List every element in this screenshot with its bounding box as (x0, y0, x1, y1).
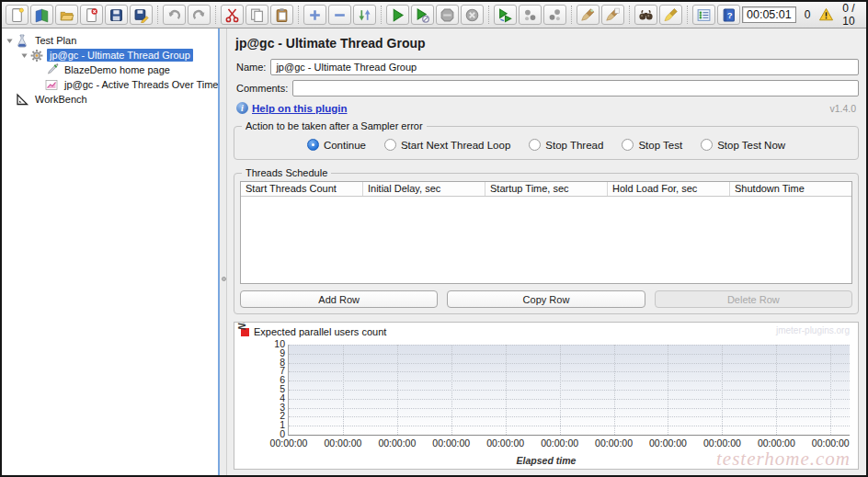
toolbar-separator (684, 6, 688, 24)
tree-item-label[interactable]: Test Plan (32, 34, 79, 47)
stop-button[interactable] (436, 5, 459, 25)
preview-chart: Expected parallel users count jmeter-plu… (234, 322, 859, 470)
function-helper-button[interactable] (692, 5, 715, 25)
save-button[interactable] (105, 5, 128, 25)
h-gridline (289, 345, 850, 346)
close-file-button[interactable] (80, 5, 103, 25)
sampler-error-option-continue[interactable]: Continue (307, 139, 366, 151)
tree-row[interactable]: jp@gc - Ultimate Thread Group (2, 48, 218, 62)
shutdown-button[interactable] (461, 5, 484, 25)
x-tick-label: 00:00:00 (595, 437, 633, 449)
copy-button[interactable] (246, 5, 268, 25)
copy-row-button[interactable]: Copy Row (447, 290, 645, 308)
tree-item-label[interactable]: jp@gc - Active Threads Over Time (62, 78, 218, 91)
tree-row[interactable]: jp@gc - Active Threads Over Time (2, 77, 218, 92)
x-tick-label: 00:00:00 (812, 437, 850, 449)
radio-unselected-icon[interactable] (622, 139, 634, 151)
plugin-help-link[interactable]: Help on this plugin (252, 103, 348, 114)
remote-stop-all-button[interactable] (519, 5, 542, 25)
search-button[interactable] (634, 5, 657, 25)
name-input[interactable]: jp@gc - Ultimate Thread Group (270, 59, 859, 75)
toolbar-separator (568, 6, 572, 24)
tree-item-label[interactable]: WorkBench (32, 93, 90, 106)
toggle-button[interactable] (353, 5, 376, 25)
splitter-handle-icon[interactable] (222, 277, 226, 281)
clear-all-button[interactable] (601, 5, 624, 25)
schedule-column-header[interactable]: Hold Load For, sec (608, 182, 730, 196)
radio-unselected-icon[interactable] (384, 139, 396, 151)
radio-option-label: Stop Thread (545, 140, 603, 151)
clear-icon (580, 7, 596, 23)
schedule-column-header[interactable]: Start Threads Count (241, 182, 363, 196)
start-button[interactable] (386, 5, 409, 25)
start-no-timers-icon (415, 7, 430, 23)
templates-icon (34, 7, 50, 23)
comments-input[interactable] (292, 80, 859, 97)
save-as-button[interactable] (130, 5, 153, 25)
sampler-error-option-stop-test-now[interactable]: Stop Test Now (701, 139, 785, 151)
v-gridline (560, 345, 561, 435)
splitter[interactable] (218, 28, 227, 475)
cut-icon (224, 7, 240, 23)
h-gridline (289, 363, 850, 364)
toolbar-buttons: ? (6, 5, 740, 25)
clear-button[interactable] (577, 5, 600, 25)
sampler-error-option-start-next-thread-loop[interactable]: Start Next Thread Loop (384, 139, 510, 151)
tree-row[interactable]: Test Plan (2, 33, 218, 48)
add-row-button[interactable]: Add Row (240, 290, 438, 308)
undo-button[interactable] (163, 5, 186, 25)
thread-status: 0 / 10 (842, 2, 861, 28)
paste-button[interactable] (270, 5, 293, 25)
h-gridline (289, 408, 850, 409)
remote-start-all-button[interactable] (494, 5, 517, 25)
tree-row[interactable]: WorkBench (2, 92, 218, 107)
x-tick-label: 00:00:00 (541, 437, 578, 449)
page-title: jp@gc - Ultimate Thread Group (235, 36, 859, 51)
h-gridline (289, 380, 850, 381)
expand-all-button[interactable] (303, 5, 326, 25)
tree-item-label[interactable]: BlazeDemo home page (62, 63, 173, 76)
tree-item-label[interactable]: jp@gc - Ultimate Thread Group (47, 49, 193, 62)
schedule-column-header[interactable]: Initial Delay, sec (363, 182, 485, 196)
thread-group-icon (29, 49, 44, 62)
warning-icon[interactable] (818, 7, 834, 22)
error-count[interactable]: 0 (805, 8, 811, 21)
expand-all-icon (307, 7, 323, 23)
tree-row[interactable]: BlazeDemo home page (2, 62, 218, 77)
new-file-button[interactable] (6, 5, 29, 25)
x-axis-title: Elapsed time (517, 455, 577, 466)
remote-stop-all-icon (522, 7, 538, 23)
clear-all-icon (605, 7, 621, 23)
schedule-table-body[interactable] (241, 197, 851, 283)
sampler-error-legend: Action to be taken after a Sampler error (242, 120, 427, 131)
radio-unselected-icon[interactable] (529, 139, 541, 151)
sampler-error-option-stop-test[interactable]: Stop Test (622, 139, 682, 151)
radio-unselected-icon[interactable] (701, 139, 713, 151)
cut-button[interactable] (221, 5, 244, 25)
v-gridline (343, 345, 344, 435)
x-tick-label: 00:00:00 (432, 437, 470, 449)
redo-button[interactable] (188, 5, 211, 25)
remote-start-all-icon (497, 7, 513, 23)
expand-arrow-icon[interactable] (19, 51, 29, 60)
x-tick-label: 00:00:00 (378, 437, 416, 449)
h-gridline (289, 371, 850, 372)
radio-selected-icon[interactable] (307, 139, 319, 151)
sampler-error-option-stop-thread[interactable]: Stop Thread (529, 139, 603, 151)
templates-button[interactable] (30, 5, 53, 25)
toolbar-separator (485, 6, 489, 24)
v-gridline (668, 345, 668, 435)
help-button[interactable]: ? (717, 5, 740, 25)
v-gridline (614, 345, 615, 435)
redo-icon (191, 7, 207, 23)
open-file-button[interactable] (55, 5, 78, 25)
expand-arrow-icon[interactable] (5, 37, 15, 45)
collapse-all-button[interactable] (328, 5, 351, 25)
remote-shutdown-all-button[interactable] (543, 5, 566, 25)
schedule-column-header[interactable]: Shutdown Time (730, 182, 851, 196)
test-plan-icon (15, 34, 29, 47)
search-reset-button[interactable] (659, 5, 682, 25)
remote-shutdown-all-icon (547, 7, 563, 23)
start-no-timers-button[interactable] (411, 5, 434, 25)
schedule-column-header[interactable]: Startup Time, sec (485, 182, 608, 196)
